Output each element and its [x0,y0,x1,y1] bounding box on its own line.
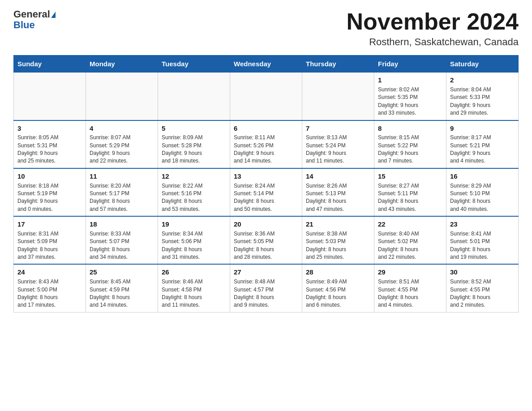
day-number: 3 [17,124,82,133]
day-number: 15 [378,171,442,181]
sun-info: Sunrise: 8:38 AMSunset: 5:03 PMDaylight:… [306,230,370,261]
sun-info: Sunrise: 8:52 AMSunset: 4:55 PMDaylight:… [450,278,515,309]
day-number: 26 [162,267,226,277]
logo-text: General Blue [13,9,56,30]
calendar-cell: 16Sunrise: 8:29 AMSunset: 5:10 PMDayligh… [446,168,519,216]
sun-info: Sunrise: 8:29 AMSunset: 5:10 PMDaylight:… [450,182,515,214]
day-number: 17 [17,219,82,229]
calendar-cell: 23Sunrise: 8:41 AMSunset: 5:01 PMDayligh… [446,216,519,264]
sun-info: Sunrise: 8:51 AMSunset: 4:55 PMDaylight:… [378,278,442,309]
sun-info: Sunrise: 8:07 AMSunset: 5:29 PMDaylight:… [90,134,154,165]
calendar-cell: 24Sunrise: 8:43 AMSunset: 5:00 PMDayligh… [14,264,86,312]
day-number: 22 [378,219,442,229]
day-number: 16 [450,171,515,181]
calendar-cell: 7Sunrise: 8:13 AMSunset: 5:24 PMDaylight… [302,120,374,168]
sun-info: Sunrise: 8:33 AMSunset: 5:07 PMDaylight:… [90,230,154,261]
calendar-cell [14,73,86,120]
sun-info: Sunrise: 8:24 AMSunset: 5:14 PMDaylight:… [234,182,298,214]
sun-info: Sunrise: 8:40 AMSunset: 5:02 PMDaylight:… [378,230,442,261]
sun-info: Sunrise: 8:13 AMSunset: 5:24 PMDaylight:… [306,134,370,165]
calendar-week-row: 24Sunrise: 8:43 AMSunset: 5:00 PMDayligh… [14,264,519,312]
calendar-cell: 13Sunrise: 8:24 AMSunset: 5:14 PMDayligh… [230,168,302,216]
day-number: 18 [90,219,154,229]
weekday-header-wednesday: Wednesday [230,56,302,73]
calendar-cell [230,73,302,120]
sun-info: Sunrise: 8:27 AMSunset: 5:11 PMDaylight:… [378,182,442,214]
calendar-table: SundayMondayTuesdayWednesdayThursdayFrid… [13,55,519,313]
weekday-header-sunday: Sunday [14,56,86,73]
day-number: 11 [90,171,154,181]
sun-info: Sunrise: 8:17 AMSunset: 5:21 PMDaylight:… [450,134,515,165]
day-number: 19 [162,219,226,229]
day-number: 24 [17,267,82,277]
logo-area: General Blue [13,9,56,30]
day-number: 27 [234,267,298,277]
day-number: 28 [306,267,370,277]
day-number: 12 [162,171,226,181]
day-number: 4 [90,124,154,133]
day-number: 25 [90,267,154,277]
day-number: 30 [450,267,515,277]
calendar-cell: 4Sunrise: 8:07 AMSunset: 5:29 PMDaylight… [86,120,158,168]
sun-info: Sunrise: 8:18 AMSunset: 5:19 PMDaylight:… [17,182,82,214]
calendar-header-row: SundayMondayTuesdayWednesdayThursdayFrid… [14,56,519,73]
sun-info: Sunrise: 8:31 AMSunset: 5:09 PMDaylight:… [17,230,82,261]
calendar-cell: 18Sunrise: 8:33 AMSunset: 5:07 PMDayligh… [86,216,158,264]
weekday-header-saturday: Saturday [446,56,519,73]
calendar-cell: 30Sunrise: 8:52 AMSunset: 4:55 PMDayligh… [446,264,519,312]
day-number: 29 [378,267,442,277]
day-number: 23 [450,219,515,229]
calendar-cell: 19Sunrise: 8:34 AMSunset: 5:06 PMDayligh… [158,216,230,264]
calendar-week-row: 10Sunrise: 8:18 AMSunset: 5:19 PMDayligh… [14,168,519,216]
sun-info: Sunrise: 8:20 AMSunset: 5:17 PMDaylight:… [90,182,154,214]
calendar-cell [302,73,374,120]
sun-info: Sunrise: 8:11 AMSunset: 5:26 PMDaylight:… [234,134,298,165]
day-number: 5 [162,124,226,133]
calendar-week-row: 17Sunrise: 8:31 AMSunset: 5:09 PMDayligh… [14,216,519,264]
sun-info: Sunrise: 8:49 AMSunset: 4:56 PMDaylight:… [306,278,370,309]
location-title: Rosthern, Saskatchewan, Canada [347,36,519,48]
logo-blue-text: Blue [13,19,35,30]
weekday-header-tuesday: Tuesday [158,56,230,73]
page-header: General Blue November 2024 Rosthern, Sas… [13,9,519,48]
sun-info: Sunrise: 8:46 AMSunset: 4:58 PMDaylight:… [162,278,226,309]
calendar-cell: 22Sunrise: 8:40 AMSunset: 5:02 PMDayligh… [374,216,446,264]
month-title: November 2024 [347,9,519,34]
calendar-cell: 29Sunrise: 8:51 AMSunset: 4:55 PMDayligh… [374,264,446,312]
sun-info: Sunrise: 8:36 AMSunset: 5:05 PMDaylight:… [234,230,298,261]
weekday-header-monday: Monday [86,56,158,73]
sun-info: Sunrise: 8:02 AMSunset: 5:35 PMDaylight:… [378,86,442,117]
calendar-cell: 1Sunrise: 8:02 AMSunset: 5:35 PMDaylight… [374,73,446,120]
weekday-header-friday: Friday [374,56,446,73]
sun-info: Sunrise: 8:09 AMSunset: 5:28 PMDaylight:… [162,134,226,165]
day-number: 6 [234,124,298,133]
calendar-cell [86,73,158,120]
sun-info: Sunrise: 8:43 AMSunset: 5:00 PMDaylight:… [17,278,82,309]
sun-info: Sunrise: 8:22 AMSunset: 5:16 PMDaylight:… [162,182,226,214]
calendar-cell: 10Sunrise: 8:18 AMSunset: 5:19 PMDayligh… [14,168,86,216]
calendar-cell: 21Sunrise: 8:38 AMSunset: 5:03 PMDayligh… [302,216,374,264]
calendar-cell: 27Sunrise: 8:48 AMSunset: 4:57 PMDayligh… [230,264,302,312]
calendar-cell: 26Sunrise: 8:46 AMSunset: 4:58 PMDayligh… [158,264,230,312]
calendar-cell: 2Sunrise: 8:04 AMSunset: 5:33 PMDaylight… [446,73,519,120]
calendar-cell: 6Sunrise: 8:11 AMSunset: 5:26 PMDaylight… [230,120,302,168]
calendar-cell: 17Sunrise: 8:31 AMSunset: 5:09 PMDayligh… [14,216,86,264]
day-number: 20 [234,219,298,229]
calendar-cell: 15Sunrise: 8:27 AMSunset: 5:11 PMDayligh… [374,168,446,216]
calendar-cell: 20Sunrise: 8:36 AMSunset: 5:05 PMDayligh… [230,216,302,264]
day-number: 7 [306,124,370,133]
title-area: November 2024 Rosthern, Saskatchewan, Ca… [347,9,519,48]
weekday-header-thursday: Thursday [302,56,374,73]
calendar-cell: 8Sunrise: 8:15 AMSunset: 5:22 PMDaylight… [374,120,446,168]
day-number: 14 [306,171,370,181]
day-number: 1 [378,75,442,85]
calendar-cell: 28Sunrise: 8:49 AMSunset: 4:56 PMDayligh… [302,264,374,312]
day-number: 21 [306,219,370,229]
calendar-cell: 5Sunrise: 8:09 AMSunset: 5:28 PMDaylight… [158,120,230,168]
day-number: 13 [234,171,298,181]
sun-info: Sunrise: 8:05 AMSunset: 5:31 PMDaylight:… [17,134,82,165]
calendar-cell: 25Sunrise: 8:45 AMSunset: 4:59 PMDayligh… [86,264,158,312]
sun-info: Sunrise: 8:15 AMSunset: 5:22 PMDaylight:… [378,134,442,165]
sun-info: Sunrise: 8:34 AMSunset: 5:06 PMDaylight:… [162,230,226,261]
sun-info: Sunrise: 8:48 AMSunset: 4:57 PMDaylight:… [234,278,298,309]
